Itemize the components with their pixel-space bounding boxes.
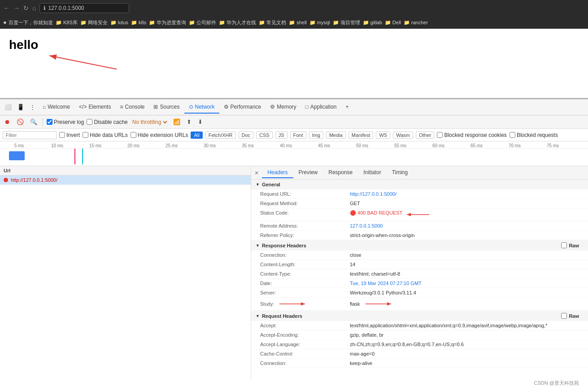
- blocked-requests-checkbox[interactable]: [510, 132, 515, 138]
- hide-extension-label[interactable]: Hide extension URLs: [131, 132, 188, 138]
- tab-network[interactable]: ⊙ Network: [184, 101, 219, 114]
- hide-data-urls-checkbox[interactable]: [83, 132, 88, 138]
- url-column-header: Url: [4, 168, 10, 173]
- bookmark-icon: 📁: [309, 20, 316, 26]
- hide-data-urls-label[interactable]: Hide data URLs: [83, 132, 128, 138]
- bookmark-item[interactable]: 📁项目管理: [333, 19, 360, 26]
- detail-row-status-code: Status Code: 🔴 400 BAD REQUEST: [251, 208, 588, 221]
- disable-cache-checkbox[interactable]: [87, 119, 92, 125]
- blocked-cookies-label[interactable]: Blocked response cookies: [437, 132, 506, 138]
- blocked-requests-label[interactable]: Blocked requests: [510, 132, 558, 138]
- bookmark-item[interactable]: 📁rancher: [404, 20, 428, 26]
- page-hello-text: hello: [9, 38, 579, 52]
- invert-checkbox[interactable]: [59, 132, 65, 138]
- blocked-cookies-checkbox[interactable]: [437, 132, 443, 138]
- filter-manifest-btn[interactable]: Manifest: [348, 132, 374, 139]
- invert-label[interactable]: Invert: [59, 132, 80, 138]
- server-key: Server:: [260, 290, 350, 295]
- wifi-icon[interactable]: 📶: [171, 118, 182, 126]
- hide-extension-checkbox[interactable]: [131, 132, 136, 138]
- devtools-dots-btn[interactable]: ⋮: [27, 102, 38, 112]
- throttle-select[interactable]: No throttling: [131, 119, 169, 126]
- back-button[interactable]: ←: [4, 4, 10, 12]
- bookmark-item[interactable]: 📁常见文档: [259, 19, 286, 26]
- general-section-header[interactable]: General: [251, 180, 588, 189]
- filter-ws-btn[interactable]: WS: [376, 132, 390, 139]
- remote-address-key: Remote Address:: [260, 223, 350, 228]
- detail-close-button[interactable]: ×: [251, 167, 262, 178]
- filter-media-btn[interactable]: Media: [326, 132, 346, 139]
- bookmark-item[interactable]: 📁k8s: [131, 20, 146, 26]
- page-content: hello: [0, 29, 588, 98]
- filter-wasm-btn[interactable]: Wasm: [393, 132, 413, 139]
- bookmark-item[interactable]: 📁mysql: [309, 20, 330, 26]
- raw-checkbox-request[interactable]: Raw: [561, 313, 584, 319]
- bookmark-item[interactable]: 📁华为人才在线: [219, 19, 256, 26]
- preserve-log-label[interactable]: Preserve log: [47, 119, 84, 125]
- requests-header: Url: [0, 166, 251, 176]
- filter-css-btn[interactable]: CSS: [256, 132, 273, 139]
- filter-doc-btn[interactable]: Doc: [239, 132, 254, 139]
- tab-memory[interactable]: ⚙ Memory: [266, 101, 301, 114]
- detail-tab-timing[interactable]: Timing: [387, 167, 414, 178]
- status-code-value: 🔴 400 BAD REQUEST: [350, 210, 402, 219]
- raw-checkbox-response-input[interactable]: [561, 242, 567, 248]
- raw-checkbox-response[interactable]: Raw: [561, 242, 584, 248]
- address-bar[interactable]: ℹ 127.0.0.1:5000: [39, 3, 129, 13]
- tab-application[interactable]: □ Application: [301, 101, 341, 114]
- bookmark-item[interactable]: 📁K8S库: [56, 19, 78, 26]
- bookmark-item[interactable]: 📁lotus: [110, 20, 128, 26]
- detail-content: General Request URL: http://127.0.0.1:50…: [251, 180, 588, 368]
- filter-input[interactable]: [3, 131, 57, 139]
- filter-img-btn[interactable]: Img: [309, 132, 323, 139]
- record-button[interactable]: ⏺: [3, 118, 12, 126]
- filter-js-btn[interactable]: JS: [275, 132, 287, 139]
- bookmark-icon: 📁: [149, 20, 155, 26]
- tab-sources[interactable]: ⊞ Sources: [149, 101, 184, 114]
- upload-icon[interactable]: ⬆: [185, 118, 193, 126]
- bookmark-icon: 📁: [131, 20, 137, 26]
- filter-fetch-btn[interactable]: Fetch/XHR: [205, 132, 236, 139]
- refresh-button[interactable]: ↻: [23, 4, 29, 12]
- response-headers-section[interactable]: Response Headers Raw: [251, 240, 588, 250]
- table-row[interactable]: http://127.0.0.1:5000/: [0, 176, 251, 185]
- tl-25ms: 25 ms: [152, 143, 191, 148]
- bookmark-item[interactable]: 📁公司邮件: [189, 19, 216, 26]
- detail-tab-response[interactable]: Response: [323, 167, 358, 178]
- request-method-value: GET: [350, 201, 360, 206]
- detail-tab-headers[interactable]: Headers: [262, 167, 293, 178]
- bookmark-item[interactable]: ★百度一下，你就知道: [3, 19, 53, 26]
- disable-cache-label[interactable]: Disable cache: [87, 119, 127, 125]
- raw-checkbox-request-input[interactable]: [561, 313, 567, 319]
- devtools-inspect-btn[interactable]: ⬜: [2, 102, 14, 112]
- clear-button[interactable]: 🚫: [15, 118, 26, 126]
- filter-font-btn[interactable]: Font: [290, 132, 306, 139]
- filter-toggle[interactable]: 🔍: [28, 118, 39, 126]
- bookmark-item[interactable]: 📁Dell: [385, 20, 401, 26]
- tab-welcome[interactable]: ⌂ Welcome: [38, 101, 74, 114]
- request-headers-title: Request Headers: [262, 313, 302, 319]
- filter-other-btn[interactable]: Other: [416, 132, 435, 139]
- forward-button[interactable]: →: [13, 4, 20, 12]
- bookmark-item[interactable]: 📁网络安全: [80, 19, 108, 26]
- tab-add[interactable]: +: [341, 101, 353, 114]
- download-icon[interactable]: ⬇: [196, 118, 205, 126]
- requests-panel: Url http://127.0.0.1:5000/: [0, 166, 251, 379]
- devtools-device-btn[interactable]: 📱: [14, 102, 27, 112]
- welcome-icon: ⌂: [43, 104, 46, 110]
- bookmark-icon: ★: [3, 20, 7, 26]
- request-headers-section[interactable]: Request Headers Raw: [251, 311, 588, 321]
- tab-performance[interactable]: ⚙ Performance: [219, 101, 266, 114]
- preserve-log-checkbox[interactable]: [47, 119, 52, 125]
- bookmark-item[interactable]: 📁华为进度查询: [149, 19, 186, 26]
- tab-elements[interactable]: </> Elements: [74, 101, 115, 114]
- bookmark-label: Dell: [392, 20, 401, 25]
- detail-row-accept-encoding: Accept-Encoding: gzip, deflate, br: [251, 330, 588, 340]
- detail-tab-initiator[interactable]: Initiator: [358, 167, 386, 178]
- detail-tab-preview[interactable]: Preview: [293, 167, 323, 178]
- bookmark-item[interactable]: 📁gitlab: [363, 20, 382, 26]
- tab-console[interactable]: ≡ Console: [115, 101, 149, 114]
- filter-all-btn[interactable]: All: [191, 132, 202, 139]
- home-button[interactable]: ⌂: [32, 4, 36, 12]
- bookmark-item[interactable]: 📁shell: [289, 20, 307, 26]
